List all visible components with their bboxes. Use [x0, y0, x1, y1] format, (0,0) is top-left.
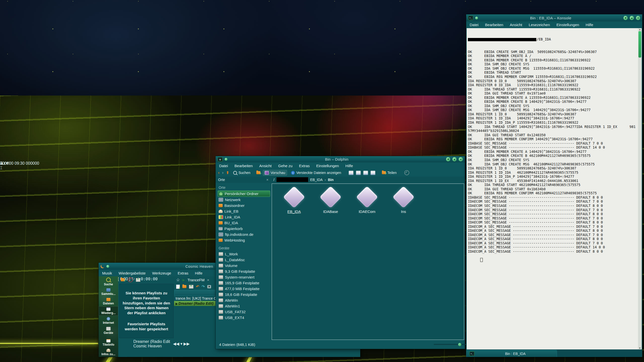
amarok-side-tab[interactable]: Suche [99, 276, 118, 287]
amarok-side-tab[interactable]: Internet [99, 316, 118, 326]
split-view-icon[interactable] [371, 171, 375, 175]
folder-view[interactable]: EB_IDA IDABase IDAECom Ins [272, 184, 464, 340]
device-item[interactable]: 165,9 GiB Festplatte [216, 280, 271, 286]
konsole-menu-item[interactable]: Bearbeiten [485, 23, 503, 27]
clock-widget[interactable]: 000000 09:30 000000 [0, 161, 41, 166]
back-icon[interactable]: ‹ [218, 170, 220, 175]
dolphin-menu-item[interactable]: Datei [219, 164, 228, 168]
amarok-side-tab[interactable]: Wiederg... [99, 306, 118, 316]
places-item[interactable]: Link_IDA [216, 214, 271, 220]
share-button[interactable]: Teilen [380, 170, 398, 175]
device-item[interactable]: AlteWin1 [216, 303, 271, 309]
amarok-side-tab[interactable]: Dateien [99, 297, 118, 306]
playlist-tab-trancefm[interactable]: TranceFM [187, 278, 205, 282]
scroll-up-icon[interactable]: ▲ [639, 28, 641, 31]
icons-view-icon[interactable] [349, 171, 353, 175]
new-playlist-folder-icon[interactable] [121, 278, 125, 281]
file-item[interactable]: IDABase [315, 187, 346, 214]
device-item[interactable]: AlteWin [216, 297, 271, 303]
dolphin-menu-item[interactable]: Extras [299, 164, 310, 168]
places-item[interactable]: Papierkorb [216, 226, 271, 232]
terminal-scrollbar[interactable]: ▲ ▼ [638, 28, 642, 349]
close-tab-icon[interactable]: × [207, 278, 209, 282]
zoom-slider-knob[interactable] [458, 343, 461, 346]
dolphin-menu-item[interactable]: Einstellungen [316, 164, 339, 168]
maximize-button[interactable]: ▴ [630, 16, 634, 20]
amarok-menu-item[interactable]: Hilfe [195, 271, 203, 275]
import-playlist-icon[interactable] [136, 278, 140, 282]
stop-options-chevron-icon[interactable]: ▾ [180, 342, 182, 346]
device-item[interactable]: 9,3 GiB Festplatte [216, 268, 271, 274]
remove-icon[interactable] [128, 277, 133, 282]
clear-icon[interactable]: ✕ [207, 285, 211, 288]
close-button[interactable]: × [636, 16, 640, 20]
file-item[interactable]: Ins [388, 187, 419, 214]
konsole-menu-item[interactable]: Hilfe [586, 23, 593, 27]
dolphin-menu-item[interactable]: Ansicht [259, 164, 272, 168]
places-item[interactable]: ftp.individcore.de [216, 232, 271, 237]
amarok-menu-item[interactable]: Extras [178, 271, 188, 275]
konsole-menu-item[interactable]: Lesezeichen [529, 23, 550, 27]
scrollbar-thumb[interactable] [638, 31, 641, 58]
device-item[interactable]: USB_EXT4 [216, 315, 271, 321]
stop-loading-icon[interactable] [404, 170, 409, 175]
new-playlist-icon[interactable] [176, 285, 180, 289]
scroll-down-icon[interactable]: ▼ [639, 347, 641, 349]
breadcrumb-current[interactable]: Bin [328, 178, 334, 182]
details-view-icon[interactable] [363, 171, 368, 175]
konsole-menu-item[interactable]: Ansicht [510, 23, 522, 27]
preview-button[interactable]: Vorschau [263, 170, 287, 175]
device-item[interactable]: L_DataMisc [216, 257, 271, 263]
places-item[interactable]: BU_IDA [216, 220, 271, 226]
shelf-item-icon[interactable]: ⌶ [0, 166, 9, 170]
maximize-button[interactable]: ▴ [452, 157, 457, 161]
device-item[interactable]: USB_FAT32 [216, 309, 271, 315]
breadcrumb-parent[interactable]: EB_IDA [310, 178, 323, 182]
forward-icon[interactable]: › [222, 170, 224, 175]
places-item[interactable]: Link_EB [216, 208, 271, 214]
save-playlist-icon[interactable] [189, 285, 193, 289]
dolphin-menu-item[interactable]: Bearbeiten [234, 164, 253, 168]
open-folder-icon[interactable] [182, 285, 186, 288]
amarok-side-tab[interactable]: Geräte [99, 326, 118, 336]
favorite-star-icon[interactable]: ☆ [176, 277, 180, 283]
hidden-files-button[interactable]: i Versteckte Dateien anzeigen [290, 170, 343, 175]
compact-view-icon[interactable] [356, 171, 361, 175]
places-item[interactable]: WebHosting [216, 237, 271, 243]
zoom-slider[interactable] [434, 343, 461, 346]
device-item[interactable]: System-reserviert [216, 274, 271, 280]
device-item[interactable]: L_Work [216, 251, 271, 257]
amarok-side-tab[interactable]: Sammlu... [99, 287, 118, 297]
amarok-side-tab[interactable]: Titelinfo [99, 338, 118, 347]
konsole-menu-item[interactable]: Datei [470, 23, 478, 27]
amarok-menu-item[interactable]: Wiedergabeliste [118, 271, 146, 275]
undo-icon[interactable]: ↶ [196, 284, 199, 289]
close-button[interactable]: × [459, 157, 463, 161]
file-item[interactable]: IDAECom [352, 187, 382, 214]
close-panel-icon[interactable]: × [266, 178, 268, 182]
next-track-button[interactable]: ▶▶ [183, 342, 190, 346]
search-button[interactable]: Suchen [232, 170, 252, 175]
dolphin-menu-item[interactable]: Gehe zu [278, 164, 293, 168]
device-item[interactable]: 477,0 MiB Festplatte [216, 286, 271, 292]
places-item[interactable]: Persönlicher Ordner [218, 191, 270, 197]
previous-track-button[interactable]: ◀◀ [173, 342, 179, 346]
file-item[interactable]: EB_IDA [279, 187, 309, 214]
konsole-menu-item[interactable]: Einstellungen [556, 23, 579, 27]
amarok-side-tab[interactable]: Infos zu... [99, 347, 118, 357]
amarok-menu-item[interactable]: Werkzeuge [152, 271, 171, 275]
device-item[interactable]: Volume [216, 263, 271, 268]
dolphin-titlebar[interactable]: ▤ Bin – Dolphin ▾ ▴ × [216, 156, 465, 162]
konsole-tab[interactable]: >_ Bin : EB_IDA [466, 350, 557, 357]
breadcrumb-root[interactable]: / [273, 178, 274, 182]
shade-button[interactable]: ▾ [446, 157, 450, 161]
terminal-output[interactable]: /EB_IDA OK EBIDA CREATE SHM_OBJ_IDA 5099… [467, 28, 642, 349]
breadcrumb[interactable]: / EB_IDA › Bin [271, 177, 465, 182]
redo-icon[interactable]: ↷ [202, 284, 205, 289]
places-item[interactable]: Netzwerk [216, 197, 271, 203]
new-folder-icon[interactable] [256, 171, 260, 174]
device-item[interactable]: 18,6 GiB Festplatte [216, 292, 271, 297]
amarok-menu-item[interactable]: Musik [102, 271, 112, 275]
shade-button[interactable]: ▾ [623, 16, 628, 20]
konsole-titlebar[interactable]: >_ Bin : EB_IDA – Konsole ▾ ▴ × [466, 14, 642, 21]
